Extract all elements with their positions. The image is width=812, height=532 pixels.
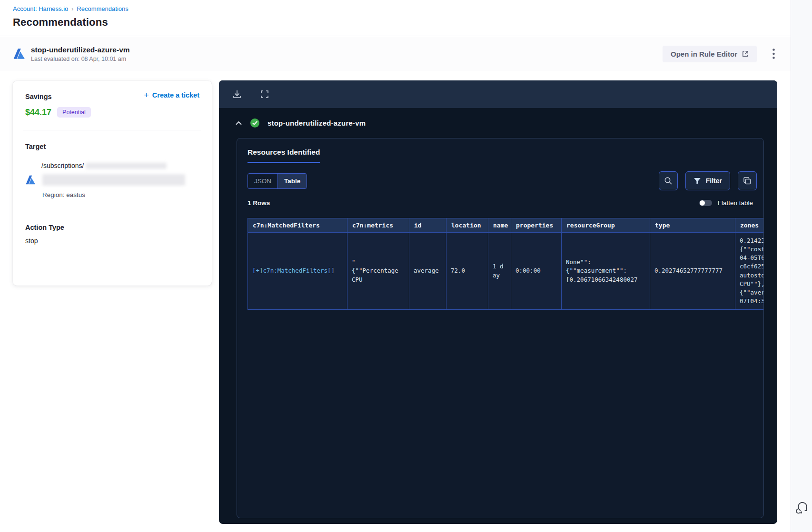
external-link-icon [742, 50, 749, 58]
azure-icon [13, 48, 25, 60]
fullscreen-icon[interactable] [260, 89, 269, 99]
filter-funnel-icon [693, 177, 701, 185]
redacted-resource-link [42, 174, 185, 186]
last-evaluated-text: Last evaluated on: 08 Apr, 10:01 am [31, 56, 130, 62]
resources-identified-container: Resources Identified JSON Table Filter [237, 138, 764, 518]
potential-badge: Potential [57, 107, 91, 118]
azure-icon [25, 175, 36, 185]
redacted-subscription-id [86, 163, 167, 169]
search-icon [664, 177, 673, 185]
cell-location: 72.0 [446, 233, 488, 310]
open-rule-editor-button[interactable]: Open in Rule Editor [663, 46, 757, 62]
filter-button[interactable]: Filter [685, 171, 730, 190]
recommendation-header: stop-underutilized-azure-vm Last evaluat… [0, 37, 791, 71]
download-icon[interactable] [232, 89, 242, 99]
breadcrumb: Account: Harness.io › Recommendations [13, 5, 791, 12]
savings-card: Savings + Create a ticket $44.17 Potenti… [13, 81, 212, 286]
cell-matched-filters-expand[interactable]: [+]c7n:MatchedFilters[] [248, 233, 347, 310]
breadcrumb-recommendations-link[interactable]: Recommendations [77, 5, 128, 12]
cell-name: 1 day [488, 233, 511, 310]
page-title: Recommendations [13, 16, 791, 29]
copy-icon [743, 177, 752, 185]
more-options-menu[interactable] [769, 48, 778, 59]
top-bar: Account: Harness.io › Recommendations Re… [0, 0, 791, 36]
panel-rule-title: stop-underutilized-azure-vm [267, 119, 366, 127]
col-header-id: id [409, 218, 446, 233]
col-header-metrics: c7n:metrics [347, 218, 409, 233]
flatten-table-label: Flatten table [718, 199, 753, 207]
col-header-type: type [650, 218, 735, 233]
col-header-zones: zones [735, 218, 764, 233]
savings-amount: $44.17 [25, 108, 51, 118]
cell-metrics: " {""Percentage CPU [347, 233, 409, 310]
table-row: [+]c7n:MatchedFilters[] " {""Percentage … [248, 233, 764, 310]
collapse-chevron-icon[interactable] [235, 121, 242, 126]
savings-label: Savings [25, 91, 52, 100]
cell-type: 0.20274652777777777 [650, 233, 735, 310]
tab-label: Resources Identified [248, 148, 320, 157]
success-check-icon [250, 118, 259, 128]
cell-zones: 0.21423 {""cost 04-05T0 c6cf625 autosto … [735, 233, 764, 310]
rows-count: 1 Rows [248, 199, 270, 207]
view-table-option[interactable]: Table [277, 174, 307, 188]
help-chat-icon[interactable] [796, 501, 810, 515]
divider [23, 211, 201, 211]
view-mode-toggle: JSON Table [248, 173, 307, 189]
search-button[interactable] [659, 171, 678, 190]
recommendation-title: stop-underutilized-azure-vm [31, 46, 130, 54]
target-label: Target [25, 143, 199, 150]
toggle-knob [700, 200, 705, 206]
table-header-row: c7n:MatchedFilters c7n:metrics id locati… [248, 218, 764, 233]
breadcrumb-account-link[interactable]: Account: Harness.io [13, 5, 68, 12]
tab-resources-identified[interactable]: Resources Identified [248, 148, 320, 163]
evaluation-result-panel: stop-underutilized-azure-vm Resources Id… [219, 80, 777, 524]
panel-toolbar [219, 80, 777, 108]
open-rule-editor-label: Open in Rule Editor [671, 50, 737, 58]
breadcrumb-separator: › [71, 6, 73, 12]
cell-properties: 0:00:00 [511, 233, 562, 310]
col-header-name: name [488, 218, 511, 233]
create-ticket-button[interactable]: + Create a ticket [144, 91, 199, 99]
action-type-value: stop [25, 237, 199, 245]
plus-icon: + [144, 92, 149, 99]
flatten-table-toggle[interactable] [699, 200, 712, 206]
col-header-location: location [446, 218, 488, 233]
col-header-resource-group: resourceGroup [562, 218, 650, 233]
results-table: c7n:MatchedFilters c7n:metrics id locati… [248, 218, 763, 310]
target-path: /subscriptions/ [41, 162, 84, 169]
results-table-wrapper: c7n:MatchedFilters c7n:metrics id locati… [248, 218, 763, 310]
action-type-label: Action Type [25, 224, 199, 231]
copy-button[interactable] [738, 171, 757, 190]
create-ticket-label: Create a ticket [152, 91, 199, 99]
right-gutter [791, 0, 812, 532]
divider [23, 130, 201, 130]
cell-id: average [409, 233, 446, 310]
active-tab-underline [248, 162, 320, 163]
filter-label: Filter [706, 177, 722, 185]
col-header-matched-filters: c7n:MatchedFilters [248, 218, 347, 233]
view-json-option[interactable]: JSON [248, 174, 277, 188]
cell-resource-group: None"": {""measurement"": [0.20671066342… [562, 233, 650, 310]
col-header-properties: properties [511, 218, 562, 233]
region-text: Region: eastus [42, 191, 199, 198]
